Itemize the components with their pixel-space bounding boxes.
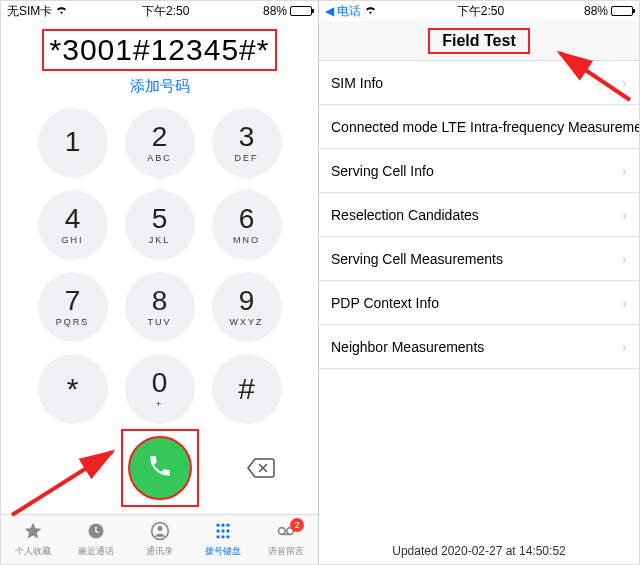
status-bar: ◀ 电话 下午2:50 88% — [319, 1, 639, 21]
status-bar: 无SIM卡 下午2:50 88% — [1, 1, 318, 21]
phone-dialer-screen: 无SIM卡 下午2:50 88% *3001#12345#* 添加号码 1 2A… — [1, 1, 319, 564]
chevron-right-icon: › — [622, 75, 627, 91]
list-item[interactable]: Reselection Candidates› — [319, 193, 639, 237]
key-2[interactable]: 2ABC — [125, 108, 195, 178]
list-item[interactable]: SIM Info› — [319, 61, 639, 105]
chevron-right-icon: › — [622, 163, 627, 179]
svg-point-4 — [221, 524, 224, 527]
list-item[interactable]: Neighbor Measurements› — [319, 325, 639, 369]
chevron-right-icon: › — [622, 295, 627, 311]
key-6[interactable]: 6MNO — [212, 190, 282, 260]
update-footer: Updated 2020-02-27 at 14:50:52 — [319, 544, 639, 558]
key-8[interactable]: 8TUV — [125, 272, 195, 342]
svg-point-6 — [216, 529, 219, 532]
chevron-right-icon: › — [622, 207, 627, 223]
add-number-link[interactable]: 添加号码 — [1, 77, 318, 96]
phone-fieldtest-screen: ◀ 电话 下午2:50 88% Field Test SIM Info› Con… — [319, 1, 639, 564]
key-4[interactable]: 4GHI — [38, 190, 108, 260]
carrier-text: 无SIM卡 — [7, 3, 52, 20]
person-icon — [150, 521, 170, 543]
clock-text: 下午2:50 — [457, 3, 504, 20]
list-item[interactable]: PDP Context Info› — [319, 281, 639, 325]
tab-bar: 个人收藏 最近通话 通讯录 拨号键盘 语音留言 2 — [1, 514, 318, 564]
battery-icon — [611, 6, 633, 16]
battery-percent: 88% — [263, 4, 287, 18]
key-7[interactable]: 7PQRS — [38, 272, 108, 342]
key-star[interactable]: * — [38, 354, 108, 424]
clock-text: 下午2:50 — [142, 3, 189, 20]
battery-percent: 88% — [584, 4, 608, 18]
battery-icon — [290, 6, 312, 16]
wifi-icon — [364, 4, 377, 18]
svg-point-7 — [221, 529, 224, 532]
list-item[interactable]: Connected mode LTE Intra-frequency Measu… — [319, 105, 639, 149]
page-title: Field Test — [428, 28, 530, 54]
key-0[interactable]: 0+ — [125, 354, 195, 424]
chevron-right-icon: › — [622, 339, 627, 355]
voicemail-badge: 2 — [290, 518, 304, 532]
tab-recents[interactable]: 最近通话 — [64, 515, 127, 564]
back-label[interactable]: 电话 — [337, 3, 361, 20]
list-item[interactable]: Serving Cell Info› — [319, 149, 639, 193]
call-button[interactable] — [128, 436, 192, 500]
key-9[interactable]: 9WXYZ — [212, 272, 282, 342]
back-indicator-icon[interactable]: ◀ — [325, 4, 334, 18]
tab-favorites[interactable]: 个人收藏 — [1, 515, 64, 564]
svg-point-3 — [216, 524, 219, 527]
key-3[interactable]: 3DEF — [212, 108, 282, 178]
tab-contacts[interactable]: 通讯录 — [128, 515, 191, 564]
tab-keypad[interactable]: 拨号键盘 — [191, 515, 254, 564]
phone-icon — [147, 453, 173, 483]
dialed-number: *3001#12345#* — [42, 29, 278, 71]
keypad-icon — [213, 521, 233, 543]
key-5[interactable]: 5JKL — [125, 190, 195, 260]
nav-bar: Field Test — [319, 21, 639, 61]
menu-list: SIM Info› Connected mode LTE Intra-frequ… — [319, 61, 639, 369]
svg-point-2 — [157, 526, 162, 531]
tab-voicemail[interactable]: 语音留言 2 — [255, 515, 318, 564]
star-icon — [23, 521, 43, 543]
list-item[interactable]: Serving Cell Measurements› — [319, 237, 639, 281]
backspace-button[interactable] — [244, 456, 278, 480]
keypad: 1 2ABC 3DEF 4GHI 5JKL 6MNO 7PQRS 8TUV 9W… — [1, 108, 318, 424]
svg-point-5 — [226, 524, 229, 527]
clock-icon — [86, 521, 106, 543]
svg-point-11 — [226, 535, 229, 538]
svg-point-8 — [226, 529, 229, 532]
key-hash[interactable]: # — [212, 354, 282, 424]
svg-point-9 — [216, 535, 219, 538]
svg-point-12 — [279, 528, 286, 535]
chevron-right-icon: › — [622, 251, 627, 267]
svg-point-10 — [221, 535, 224, 538]
key-1[interactable]: 1 — [38, 108, 108, 178]
wifi-icon — [55, 4, 68, 18]
